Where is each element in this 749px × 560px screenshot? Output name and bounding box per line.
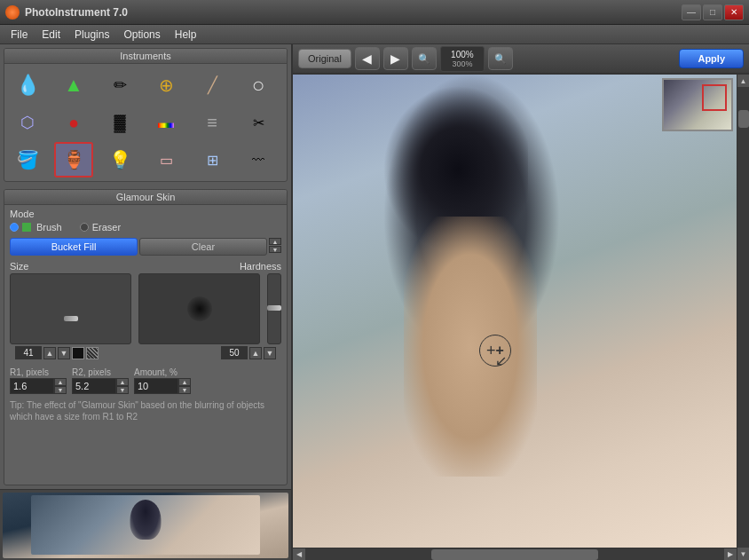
menu-plugins[interactable]: Plugins	[67, 27, 116, 43]
zoom-in-button[interactable]: 🔍	[488, 47, 513, 70]
tool-rainbow[interactable]: ▬	[146, 105, 185, 140]
amount-up[interactable]: ▲	[178, 378, 191, 386]
r1-down[interactable]: ▼	[54, 386, 67, 394]
tree-icon: ▲	[64, 74, 83, 97]
zoom-current: 100%	[446, 50, 478, 59]
close-button[interactable]: ✕	[724, 4, 744, 20]
navigation-thumbnail[interactable]	[662, 78, 733, 131]
wave-icon: 〰	[252, 153, 264, 167]
pattern-swatch[interactable]	[86, 347, 99, 359]
eraser-option[interactable]: Eraser	[80, 222, 121, 233]
mode-options: Brush Eraser	[10, 222, 281, 233]
panel-scroll-down[interactable]: ▼	[269, 246, 281, 253]
size-slider-thumb[interactable]	[64, 316, 78, 321]
tool-pencil[interactable]: ✏	[100, 67, 139, 103]
hardness-slider-thumb[interactable]	[267, 305, 281, 311]
menu-options[interactable]: Options	[116, 27, 167, 43]
panel-scroll-up[interactable]: ▲	[269, 238, 281, 245]
left-panel: Instruments 💧 ▲ ✏ ⊕ ╱ ○	[0, 44, 293, 560]
r2-input[interactable]	[72, 378, 116, 394]
r2-down[interactable]: ▼	[116, 386, 129, 394]
tool-bottle[interactable]: 🏺	[54, 142, 93, 177]
tool-lightbulb[interactable]: 💡	[100, 142, 139, 177]
tool-stamp[interactable]: ⊕	[146, 67, 185, 103]
size-up-btn[interactable]: ▲	[43, 347, 56, 359]
r1-input-row: ▲ ▼	[10, 378, 67, 394]
lightbulb-icon: 💡	[109, 149, 131, 170]
brush-label: Brush	[36, 222, 62, 233]
amount-label: Amount, %	[134, 367, 191, 377]
hardness-slider-track[interactable]	[267, 273, 281, 344]
h-scroll-thumb[interactable]	[431, 549, 599, 560]
tool-eraser[interactable]: ▭	[146, 142, 185, 177]
r2-up[interactable]: ▲	[116, 378, 129, 386]
v-scroll-down-btn[interactable]: ▼	[737, 548, 750, 560]
h-scroll-track[interactable]	[305, 548, 724, 561]
amount-down[interactable]: ▼	[178, 386, 191, 394]
r1-input[interactable]	[10, 378, 54, 394]
hardness-up-btn[interactable]: ▲	[249, 347, 262, 359]
hardness-value[interactable]: 50	[221, 346, 248, 359]
color-swatch[interactable]	[72, 347, 84, 359]
tool-red-circle[interactable]: ●	[54, 105, 93, 140]
tool-scissors[interactable]: ✂	[239, 105, 278, 140]
amount-spinner: ▲ ▼	[178, 378, 191, 394]
h-scroll-left-btn[interactable]: ◀	[293, 548, 305, 561]
tool-blob[interactable]: ○	[239, 67, 278, 103]
tool-drop[interactable]: 💧	[8, 67, 47, 103]
minimize-button[interactable]: —	[682, 4, 701, 20]
bucket-clear-row: Bucket Fill Clear ▲ ▼	[4, 236, 287, 257]
tool-tube[interactable]: 🪣	[8, 142, 47, 177]
v-scroll-thumb[interactable]	[738, 110, 749, 128]
sliders-row	[10, 273, 281, 344]
bucket-fill-button[interactable]: Bucket Fill	[10, 238, 138, 256]
original-button[interactable]: Original	[298, 49, 351, 68]
photo-area[interactable]: + ↙	[293, 75, 737, 548]
v-scroll-up-btn[interactable]: ▲	[737, 75, 750, 87]
size-value[interactable]: 41	[15, 346, 42, 359]
tool-lines[interactable]: ≡	[193, 105, 232, 140]
photo-main-area: + ↙ ◀ ▶	[293, 75, 737, 560]
size-down-btn[interactable]: ▼	[58, 347, 70, 359]
amount-input[interactable]	[134, 378, 178, 394]
zoom-out-icon: 🔍	[418, 53, 430, 65]
size-slider-track[interactable]	[10, 273, 131, 344]
r1-up[interactable]: ▲	[54, 378, 67, 386]
zoom-out-button[interactable]: 🔍	[412, 47, 437, 70]
brush-radio[interactable]	[10, 223, 19, 232]
lines-icon: ≡	[207, 113, 217, 133]
tool-mosaic[interactable]: ⊞	[193, 142, 232, 177]
redo-button[interactable]: ▶	[383, 47, 408, 70]
tool-tree[interactable]: ▲	[54, 67, 93, 103]
menu-help[interactable]: Help	[168, 27, 204, 43]
rainbow-icon: ▬	[158, 114, 174, 132]
thumbnail-image	[31, 495, 260, 555]
maximize-button[interactable]: □	[703, 4, 722, 20]
h-scroll-right-btn[interactable]: ▶	[724, 548, 737, 561]
mosaic-icon: ⊞	[207, 152, 218, 169]
apply-button[interactable]: Apply	[679, 49, 744, 68]
mode-section: Mode Brush Eraser	[4, 205, 287, 236]
right-panel: Original ◀ ▶ 🔍 100% 300% 🔍 Apply	[293, 44, 749, 560]
brush-option[interactable]: Brush	[10, 222, 62, 233]
tool-gradient[interactable]: ▓	[100, 105, 139, 140]
controls-row: 41 ▲ ▼ 50 ▲ ▼	[10, 344, 281, 361]
mode-label: Mode	[10, 209, 281, 219]
size-hardness-header: Size Hardness	[10, 261, 281, 272]
tool-shield[interactable]: ⬡	[8, 105, 47, 140]
photo-and-vscroll: + ↙ ◀ ▶	[293, 75, 749, 560]
size-hardness-section: Size Hardness	[4, 257, 287, 365]
menu-bar: File Edit Plugins Options Help	[0, 25, 749, 44]
skin-tone	[404, 217, 537, 477]
tool-skin-brush[interactable]: ╱	[193, 67, 232, 103]
eraser-radio[interactable]	[80, 223, 89, 232]
hardness-down-btn[interactable]: ▼	[264, 347, 276, 359]
amount-param: Amount, % ▲ ▼	[134, 367, 191, 394]
clear-button[interactable]: Clear	[139, 238, 267, 256]
menu-file[interactable]: File	[4, 27, 35, 43]
tool-wave[interactable]: 〰	[239, 142, 278, 177]
v-scroll-track[interactable]	[737, 87, 750, 548]
undo-button[interactable]: ◀	[355, 47, 380, 70]
menu-edit[interactable]: Edit	[35, 27, 67, 43]
h-scrollbar: ◀ ▶	[293, 548, 737, 560]
